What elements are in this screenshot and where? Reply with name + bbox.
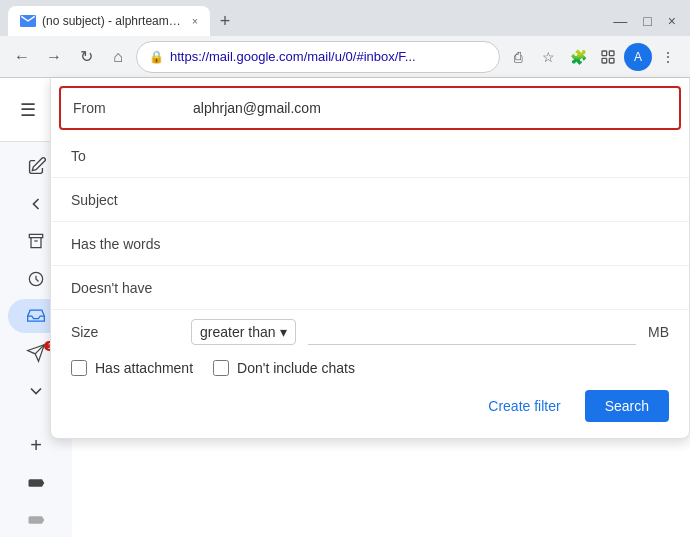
svg-rect-4	[609, 58, 614, 63]
hamburger-button[interactable]: ☰	[16, 95, 40, 125]
to-input[interactable]	[191, 144, 669, 168]
size-input[interactable]	[308, 320, 637, 345]
doesnt-have-row: Doesn't have	[51, 266, 689, 310]
puzzle-icon[interactable]: 🧩	[564, 43, 592, 71]
maximize-button[interactable]: □	[637, 11, 657, 31]
dont-include-chats-input[interactable]	[213, 360, 229, 376]
has-words-input[interactable]	[191, 232, 669, 256]
to-label: To	[71, 148, 191, 164]
size-dropdown-text: greater than	[200, 324, 276, 340]
from-input[interactable]	[193, 96, 667, 120]
tab-favicon	[20, 13, 36, 29]
subject-label: Subject	[71, 192, 191, 208]
size-unit-label: MB	[648, 324, 669, 340]
has-attachment-input[interactable]	[71, 360, 87, 376]
size-dropdown-arrow: ▾	[280, 324, 287, 340]
tab-title: (no subject) - alphrteam@gmail...	[42, 14, 182, 28]
doesnt-have-input[interactable]	[191, 276, 669, 300]
has-words-label: Has the words	[71, 236, 191, 252]
profile-icon[interactable]: A	[624, 43, 652, 71]
address-text: https://mail.google.com/mail/u/0/#inbox/…	[170, 49, 487, 64]
dont-include-chats-checkbox[interactable]: Don't include chats	[213, 360, 355, 376]
size-row: Size greater than ▾ MB	[51, 310, 689, 354]
home-button[interactable]: ⌂	[104, 43, 132, 71]
from-label: From	[73, 100, 193, 116]
new-tab-button[interactable]: +	[212, 7, 239, 36]
forward-button[interactable]: →	[40, 43, 68, 71]
minimize-button[interactable]: —	[607, 11, 633, 31]
dont-include-chats-label: Don't include chats	[237, 360, 355, 376]
refresh-button[interactable]: ↻	[72, 43, 100, 71]
create-filter-button[interactable]: Create filter	[476, 390, 572, 422]
bookmark-icon[interactable]: ☆	[534, 43, 562, 71]
back-button[interactable]: ←	[8, 43, 36, 71]
tab-close-icon[interactable]: ×	[192, 16, 198, 27]
doesnt-have-label: Doesn't have	[71, 280, 191, 296]
checkboxes-row: Has attachment Don't include chats	[51, 354, 689, 382]
browser-tab[interactable]: (no subject) - alphrteam@gmail... ×	[8, 6, 210, 36]
has-attachment-label: Has attachment	[95, 360, 193, 376]
size-dropdown[interactable]: greater than ▾	[191, 319, 296, 345]
close-button[interactable]: ×	[662, 11, 682, 31]
address-bar[interactable]: 🔒 https://mail.google.com/mail/u/0/#inbo…	[136, 41, 500, 73]
subject-input[interactable]	[191, 188, 669, 212]
advanced-search-panel: From To Subject Has the words Doesn't ha…	[50, 78, 690, 439]
from-row: From	[59, 86, 681, 130]
label2-button[interactable]	[8, 504, 64, 537]
subject-row: Subject	[51, 178, 689, 222]
has-words-row: Has the words	[51, 222, 689, 266]
svg-rect-1	[602, 51, 607, 56]
browser-menu-icon[interactable]: ⋮	[654, 43, 682, 71]
to-row: To	[51, 134, 689, 178]
action-row: Create filter Search	[51, 382, 689, 422]
has-attachment-checkbox[interactable]: Has attachment	[71, 360, 193, 376]
label1-button[interactable]	[8, 466, 64, 499]
lock-icon: 🔒	[149, 50, 164, 64]
search-button[interactable]: Search	[585, 390, 669, 422]
share-icon[interactable]: ⎙	[504, 43, 532, 71]
extension-icon[interactable]	[594, 43, 622, 71]
svg-rect-3	[602, 58, 607, 63]
size-label: Size	[71, 324, 191, 340]
svg-rect-2	[609, 51, 614, 56]
